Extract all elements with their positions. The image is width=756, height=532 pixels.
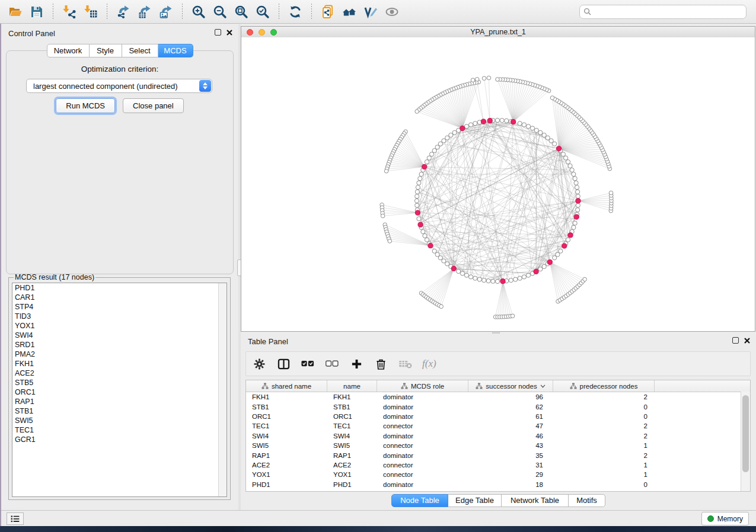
mcds-result-item[interactable]: FKH1	[12, 359, 227, 368]
table-cell[interactable]: 35	[468, 452, 553, 459]
delete-column-button[interactable]	[374, 357, 388, 371]
export-image-button[interactable]	[157, 3, 176, 21]
table-cell[interactable]: SWI4	[246, 432, 327, 440]
table-cell[interactable]: TEC1	[246, 422, 327, 430]
table-cell[interactable]: FKH1	[246, 393, 327, 400]
table-cell[interactable]: 46	[468, 432, 553, 440]
table-cell[interactable]: 18	[468, 481, 553, 488]
table-cell[interactable]: 1	[553, 442, 655, 449]
table-cell[interactable]: STB1	[246, 403, 327, 411]
table-scrollbar-thumb[interactable]	[742, 395, 749, 472]
table-cell[interactable]: YOX1	[327, 471, 377, 478]
table-cell[interactable]: TEC1	[327, 422, 377, 430]
houses-button[interactable]	[340, 3, 359, 21]
memory-button[interactable]: Memory	[701, 512, 749, 525]
function-builder-button[interactable]: f(x)	[422, 358, 436, 370]
mcds-list-scrollbar[interactable]	[218, 283, 227, 496]
deselect-all-rows-button[interactable]	[325, 357, 339, 371]
table-cell[interactable]: STB1	[327, 403, 377, 411]
create-column-button[interactable]	[349, 357, 363, 371]
column-header-shared-name[interactable]: shared name	[246, 380, 327, 392]
mcds-result-item[interactable]: SRD1	[12, 340, 227, 350]
network-window-titlebar[interactable]: YPA_prune.txt_1	[241, 27, 755, 38]
table-row[interactable]: FKH1FKH1dominator962	[246, 392, 750, 402]
mcds-result-item[interactable]: CAR1	[12, 293, 227, 302]
table-cell[interactable]: 2	[553, 432, 655, 440]
table-cell[interactable]: RAP1	[246, 452, 327, 459]
float-panel-icon[interactable]	[732, 337, 739, 344]
table-row[interactable]: SWI4SWI4dominator462	[246, 431, 750, 441]
tab-network[interactable]: Network	[47, 44, 90, 57]
table-cell[interactable]: 47	[468, 422, 553, 430]
refresh-view-button[interactable]	[286, 3, 305, 21]
table-row[interactable]: RAP1RAP1dominator352	[246, 450, 750, 460]
network-file-button[interactable]	[318, 3, 337, 21]
table-row[interactable]: STB1STB1dominator620	[246, 402, 750, 411]
table-cell[interactable]: 2	[553, 422, 655, 430]
table-cell[interactable]: ORC1	[246, 413, 327, 420]
mcds-result-item[interactable]: TEC1	[12, 425, 227, 435]
table-cell[interactable]: dominator	[377, 413, 468, 420]
mcds-result-item[interactable]: PMA2	[12, 350, 227, 359]
column-header-name[interactable]: name	[327, 380, 377, 392]
tab-select[interactable]: Select	[122, 44, 158, 57]
mcds-result-item[interactable]: ACE2	[12, 368, 227, 378]
eye-button[interactable]	[382, 3, 401, 21]
column-header-mcds-role[interactable]: MCDS role	[377, 380, 468, 392]
table-cell[interactable]: dominator	[377, 481, 468, 488]
select-all-rows-button[interactable]	[301, 357, 315, 371]
export-network-button[interactable]	[114, 3, 133, 21]
table-row[interactable]: YOX1YOX1connector291	[246, 470, 750, 479]
table-cell[interactable]: PHD1	[246, 481, 327, 488]
tab-mcds[interactable]: MCDS	[158, 44, 193, 57]
tab-style[interactable]: Style	[90, 44, 122, 57]
table-cell[interactable]: 2	[553, 393, 655, 400]
mcds-result-item[interactable]: PHD1	[12, 283, 227, 293]
mcds-result-list[interactable]: PHD1CAR1STP4TID3YOX1SWI4SRD1PMA2FKH1ACE2…	[12, 283, 227, 497]
table-cell[interactable]: connector	[377, 471, 468, 478]
table-cell[interactable]: 61	[468, 413, 553, 420]
table-cell[interactable]: 43	[468, 442, 553, 449]
mcds-result-item[interactable]: STB5	[12, 378, 227, 387]
mcds-result-item[interactable]: RAP1	[12, 397, 227, 406]
table-cell[interactable]: 0	[553, 413, 655, 420]
table-cell[interactable]: dominator	[377, 432, 468, 440]
table-cell[interactable]: SWI5	[246, 442, 327, 449]
close-panel-icon[interactable]	[744, 338, 750, 344]
tab-network-table[interactable]: Network Table	[502, 494, 569, 507]
open-session-button[interactable]	[6, 3, 25, 21]
mcds-result-item[interactable]: TID3	[12, 312, 227, 321]
table-row[interactable]: ACE2ACE2connector311	[246, 460, 750, 470]
tab-motifs[interactable]: Motifs	[569, 494, 605, 507]
table-cell[interactable]: FKH1	[327, 393, 377, 400]
table-cell[interactable]: SWI4	[327, 432, 377, 440]
table-row[interactable]: TEC1TEC1connector472	[246, 421, 750, 431]
show-columns-button[interactable]	[276, 357, 291, 371]
import-network-button[interactable]	[60, 3, 79, 21]
table-cell[interactable]: PHD1	[327, 481, 377, 488]
table-cell[interactable]: 2	[553, 452, 655, 459]
column-header-successor-nodes[interactable]: successor nodes	[468, 380, 553, 392]
export-table-button[interactable]	[135, 3, 154, 21]
mcds-result-item[interactable]: ORC1	[12, 387, 227, 397]
table-cell[interactable]: ACE2	[327, 462, 377, 469]
zoom-in-button[interactable]	[189, 3, 208, 21]
table-cell[interactable]: RAP1	[327, 452, 377, 459]
mcds-result-item[interactable]: SWI4	[12, 331, 227, 340]
table-row[interactable]: SWI5SWI5connector431	[246, 441, 750, 450]
table-cell[interactable]: 1	[553, 462, 655, 469]
table-cell[interactable]: dominator	[377, 403, 468, 411]
criterion-dropdown[interactable]: largest connected component (undirected)	[26, 79, 212, 93]
table-cell[interactable]: ORC1	[327, 413, 377, 420]
zoom-fit-button[interactable]	[232, 3, 251, 21]
mcds-result-item[interactable]: GCR1	[12, 435, 227, 444]
zoom-out-button[interactable]	[210, 3, 229, 21]
table-row[interactable]: ORC1ORC1dominator610	[246, 412, 750, 421]
table-cell[interactable]: connector	[377, 422, 468, 430]
table-cell[interactable]: ACE2	[246, 462, 327, 469]
table-cell[interactable]: connector	[377, 462, 468, 469]
search-input[interactable]	[594, 7, 742, 17]
table-cell[interactable]: SWI5	[327, 442, 377, 449]
table-cell[interactable]: 62	[468, 403, 553, 411]
table-cell[interactable]: YOX1	[246, 471, 327, 478]
